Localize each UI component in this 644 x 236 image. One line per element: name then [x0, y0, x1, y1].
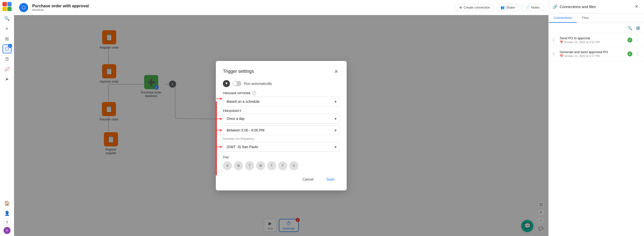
header: ⬡ Purchase order with approval Workflow … [14, 0, 548, 15]
modal-header: Trigger settings ✕ [223, 68, 340, 75]
modal-overlay: Trigger settings ✕ ⛛ Run automatically T… [14, 15, 548, 236]
day-sunday[interactable]: S [223, 161, 232, 170]
run-auto-toggle[interactable] [232, 81, 242, 86]
item-2-info: Generate and send approved PO 📅 October … [560, 50, 624, 58]
item-1-more-button[interactable]: ⋮ [635, 37, 640, 43]
app-logo [3, 2, 12, 11]
item-1-date: 📅 October 31, 2022 at 4:51 PM [560, 41, 624, 44]
red-arrow-time [216, 129, 222, 131]
sidebar-item-chart[interactable]: 📈 [3, 64, 12, 74]
user-avatar[interactable]: U [4, 227, 11, 234]
save-button[interactable]: Save [321, 175, 340, 183]
frequency-section: FREQUENCY Once a day [223, 109, 340, 123]
right-panel-title: Connections and files [560, 5, 631, 9]
item-1-status: ✓ [627, 38, 632, 43]
run-auto-row: ⛛ Run automatically [223, 80, 340, 87]
trigger-options-select[interactable]: Based on a schedule [223, 97, 340, 106]
trigger-options-section: TRIGGER OPTIONS ? Based on a schedule [223, 91, 340, 106]
header-title-group: Purchase order with approval Workflow [32, 4, 89, 11]
trigger-options-label-row: TRIGGER OPTIONS ? [223, 91, 340, 95]
timezone-select[interactable]: (GMT -3) Sao Paulo [223, 142, 340, 152]
day-saturday[interactable]: S [289, 161, 298, 170]
panel-search-icon[interactable]: 🔍 [627, 25, 633, 31]
right-panel-close-button[interactable]: ✕ [633, 3, 640, 10]
tab-connections[interactable]: Connections [549, 13, 577, 23]
workflow-canvas: 📋 Register order 📋 Approve order ➕ G Pur… [14, 15, 548, 236]
red-arrow-freq [216, 118, 222, 120]
item-1-title: Send PO to approval [560, 36, 624, 40]
sidebar-item-home[interactable]: 🏠 [3, 199, 12, 208]
day-wednesday[interactable]: W [256, 161, 265, 170]
modal-close-button[interactable]: ✕ [333, 68, 340, 75]
panel-search-row: 🔍 ⚙️ [549, 23, 644, 33]
item-2-more-button[interactable]: ⋮ [635, 51, 640, 57]
day-tuesday[interactable]: T [245, 161, 254, 170]
item-2-num: 2 [553, 52, 557, 56]
modal-footer: Cancel Save [223, 175, 340, 183]
page-subtitle: Workflow [32, 8, 89, 11]
trigger-options-help-icon[interactable]: ? [252, 91, 256, 95]
item-2-title: Generate and send approved PO [560, 50, 624, 54]
modal-title: Trigger settings [223, 69, 254, 74]
time-select-wrapper: Between 5:00 - 6:00 PM [223, 125, 340, 135]
panel-settings-icon[interactable]: ⚙️ [635, 25, 641, 31]
trigger-options-label: TRIGGER OPTIONS [223, 92, 251, 95]
modal-left-indicator [216, 101, 217, 175]
sidebar-item-search[interactable]: 🔍 [3, 14, 12, 23]
right-panel-header: 🔗 Connections and files ✕ [549, 0, 644, 13]
sidebar-badge: 1 [8, 44, 12, 48]
panel-tabs: Connections Files [549, 13, 644, 23]
item-1-num: 1 [553, 38, 557, 42]
create-connection-button[interactable]: ⊕ Create connection [456, 4, 494, 11]
connections-panel-icon: 🔗 [553, 4, 558, 9]
trigger-options-select-wrapper: Based on a schedule [223, 97, 340, 106]
tab-files[interactable]: Files [577, 13, 594, 23]
main-content: ⬡ Purchase order with approval Workflow … [14, 0, 548, 236]
day-thursday[interactable]: T [267, 161, 276, 170]
calendar-icon-2: 📅 [560, 54, 563, 57]
sidebar: 🔍 + ⊞ ⬡ 1 ☰ 📈 ➤ 🏠 👤 ? U [0, 0, 14, 236]
right-panel: 🔗 Connections and files ✕ Connections Fi… [548, 0, 644, 236]
app-icon-symbol: ⬡ [22, 5, 26, 10]
sidebar-item-user[interactable]: 👤 [3, 209, 12, 218]
sidebar-item-workflow[interactable]: ⬡ 1 [3, 44, 12, 53]
sidebar-item-list[interactable]: ☰ [3, 54, 12, 63]
day-monday[interactable]: M [234, 161, 243, 170]
calendar-icon-1: 📅 [560, 41, 563, 44]
sidebar-item-send[interactable]: ➤ [3, 75, 12, 84]
trigger-settings-modal: Trigger settings ✕ ⛛ Run automatically T… [216, 61, 347, 190]
trigger-icon: ⛛ [223, 80, 230, 87]
frequency-label-row: FREQUENCY [223, 109, 340, 112]
cancel-button[interactable]: Cancel [297, 175, 318, 183]
run-auto-label: Run automatically [244, 82, 272, 86]
frequency-label: FREQUENCY [223, 109, 242, 112]
time-section: Between 5:00 - 6:00 PM [223, 125, 340, 135]
notes-icon: 📄 [526, 6, 530, 9]
increase-freq-label: Increase run frequency [223, 137, 340, 141]
day-selector: S M T W T F S [223, 161, 340, 170]
app-icon: ⬡ [19, 3, 28, 12]
sidebar-item-add[interactable]: + [3, 24, 12, 33]
day-section: Day: S M T W T F S [223, 155, 340, 170]
red-arrow-trigger [216, 97, 222, 100]
sidebar-item-help[interactable]: ? [4, 219, 11, 226]
share-icon: 👥 [501, 6, 505, 9]
frequency-select-wrapper: Once a day [223, 114, 340, 123]
header-actions: ⊕ Create connection 👥 Share 📄 Notes [456, 4, 543, 11]
page-title: Purchase order with approval [32, 4, 89, 8]
sidebar-item-grid[interactable]: ⊞ [3, 34, 12, 43]
create-connection-icon: ⊕ [459, 6, 462, 9]
day-label: Day: [223, 155, 230, 159]
day-friday[interactable]: F [278, 161, 287, 170]
frequency-select[interactable]: Once a day [223, 114, 340, 123]
timezone-select-wrapper: (GMT -3) Sao Paulo [223, 142, 340, 152]
sidebar-bottom: 🏠 👤 ? U [3, 199, 12, 234]
share-button[interactable]: 👥 Share [497, 4, 519, 11]
time-select[interactable]: Between 5:00 - 6:00 PM [223, 125, 340, 135]
connection-item-1: 1 Send PO to approval 📅 October 31, 2022… [549, 33, 644, 47]
notes-button[interactable]: 📄 Notes [522, 4, 543, 11]
connection-item-2: 2 Generate and send approved PO 📅 Octobe… [549, 47, 644, 61]
item-2-date: 📅 October 31, 2022 at 4:17 PM [560, 54, 624, 58]
item-2-status: ✓ [627, 51, 632, 56]
red-arrow-tz [216, 146, 222, 148]
